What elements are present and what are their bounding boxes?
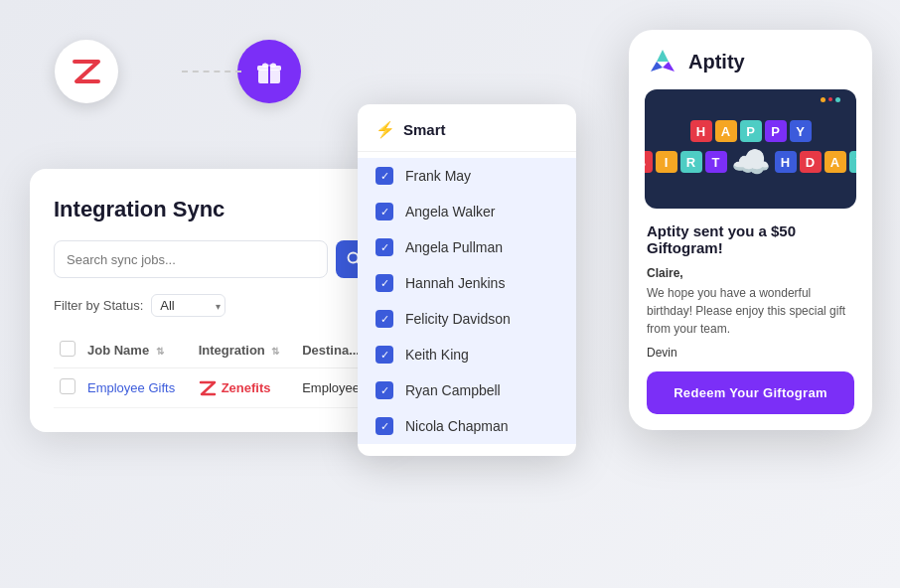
row-job-name: Employee Gifts <box>81 368 193 408</box>
job-name-link[interactable]: Employee Gifts <box>87 380 175 395</box>
message-sign: Devin <box>647 346 854 360</box>
smart-item-2[interactable]: ✓ Angela Pullman <box>358 229 576 265</box>
birthday-row2: H D A Y <box>775 151 857 173</box>
letter-R: R <box>680 151 702 173</box>
header-checkbox[interactable] <box>60 341 75 357</box>
phone-card: Aptity H A P P Y B I R <box>629 30 872 430</box>
smart-item-1[interactable]: ✓ Angela Walker <box>358 194 576 229</box>
zenefits-logo-icon <box>69 54 104 89</box>
sort-icon: ⇅ <box>156 346 164 357</box>
col-integration: Integration ⇅ <box>193 333 297 368</box>
smart-checkbox-4: ✓ <box>375 310 393 328</box>
letter-T: T <box>705 151 727 173</box>
svg-marker-8 <box>663 62 675 72</box>
integration-card-title: Integration Sync <box>54 197 374 222</box>
birthday-row: B I R T <box>645 151 727 173</box>
letter-A2: A <box>825 151 846 173</box>
smart-item-5[interactable]: ✓ Keith King <box>358 337 576 372</box>
bday-cloud-row: B I R T ☁️ H D A Y <box>645 146 856 178</box>
letter-B: B <box>645 151 653 173</box>
smart-header: ⚡ Smart <box>358 120 576 152</box>
gift-icon <box>254 57 284 86</box>
connector-line <box>182 71 241 73</box>
sync-jobs-table: Job Name ⇅ Integration ⇅ Destina... <box>54 333 374 408</box>
row-checkbox-cell <box>54 368 81 408</box>
happy-row: H A P P Y <box>690 120 812 142</box>
smart-dropdown-card: ⚡ Smart ✓ Frank May ✓ Angela Walker ✓ An… <box>358 104 576 456</box>
row-checkbox[interactable] <box>60 378 75 394</box>
letter-H: H <box>690 120 712 142</box>
letter-P: P <box>740 120 762 142</box>
table-header-row: Job Name ⇅ Integration ⇅ Destina... <box>54 333 374 368</box>
letter-A: A <box>715 120 737 142</box>
zenefits-label: Zenefits <box>222 380 271 395</box>
letter-D: D <box>800 151 822 173</box>
smart-item-0[interactable]: ✓ Frank May <box>358 158 576 194</box>
smart-item-name-0: Frank May <box>405 168 471 184</box>
smart-item-name-4: Felicity Davidson <box>405 311 511 327</box>
search-row <box>54 240 374 278</box>
svg-marker-7 <box>651 62 663 72</box>
smart-item-3[interactable]: ✓ Hannah Jenkins <box>358 265 576 301</box>
smart-item-6[interactable]: ✓ Ryan Campbell <box>358 372 576 408</box>
phone-message-content: Aptity sent you a $50 Giftogram! Claire,… <box>629 209 872 371</box>
row-integration: Zenefits <box>193 368 297 408</box>
smart-item-name-7: Nicola Chapman <box>405 418 509 434</box>
table-row: Employee Gifts Zenefits Employee <box>54 368 374 408</box>
smart-item-name-5: Keith King <box>405 347 469 363</box>
sort-icon-2: ⇅ <box>271 346 279 357</box>
filter-row: Filter by Status: All Active Paused Erro… <box>54 294 374 317</box>
zenefits-badge: Zenefits <box>199 379 291 397</box>
svg-marker-6 <box>657 50 669 62</box>
lightning-icon: ⚡ <box>375 120 395 139</box>
smart-item-name-1: Angela Walker <box>405 204 496 220</box>
letter-I: I <box>656 151 677 173</box>
letter-Y2: Y <box>849 151 857 173</box>
aptity-app-name: Aptity <box>688 51 745 74</box>
smart-item-name-3: Hannah Jenkins <box>405 275 505 291</box>
smart-checkbox-3: ✓ <box>375 274 393 292</box>
smart-item-name-2: Angela Pullman <box>405 239 503 255</box>
col-checkbox <box>54 333 81 368</box>
message-body: We hope you have a wonderful birthday! P… <box>647 284 854 338</box>
phone-app-header: Aptity <box>629 30 872 89</box>
aptity-logo-icon <box>647 46 678 77</box>
letter-Y: Y <box>790 120 812 142</box>
destination-value: Employee <box>302 380 360 395</box>
cloud-emoji: ☁️ <box>731 146 771 178</box>
smart-checkbox-0: ✓ <box>375 167 393 185</box>
smart-checkbox-5: ✓ <box>375 346 393 364</box>
smart-checkbox-1: ✓ <box>375 203 393 220</box>
icon-connector-group <box>55 40 301 103</box>
filter-select[interactable]: All Active Paused Error <box>151 294 225 317</box>
zenefits-icon-circle <box>55 40 118 103</box>
smart-checkbox-7: ✓ <box>375 417 393 435</box>
redeem-button[interactable]: Redeem Your Giftogram <box>647 371 854 414</box>
main-scene: Integration Sync Filter by Status: All A… <box>0 0 900 588</box>
search-input[interactable] <box>54 240 328 278</box>
filter-select-wrapper: All Active Paused Error <box>151 294 225 317</box>
gift-icon-circle <box>237 40 301 103</box>
col-job-name: Job Name ⇅ <box>81 333 193 368</box>
smart-checkbox-2: ✓ <box>375 238 393 256</box>
smart-item-4[interactable]: ✓ Felicity Davidson <box>358 301 576 337</box>
zenefits-row-icon <box>199 379 217 397</box>
smart-checkbox-6: ✓ <box>375 381 393 399</box>
smart-item-7[interactable]: ✓ Nicola Chapman <box>358 408 576 444</box>
integration-sync-card: Integration Sync Filter by Status: All A… <box>30 169 397 432</box>
smart-label: Smart <box>403 121 446 138</box>
smart-item-name-6: Ryan Campbell <box>405 382 501 398</box>
confetti <box>821 97 840 102</box>
letter-H2: H <box>775 151 797 173</box>
giftogram-title: Aptity sent you a $50 Giftogram! <box>647 222 854 256</box>
message-greeting: Claire, <box>647 266 854 280</box>
letter-P2: P <box>765 120 787 142</box>
birthday-banner: H A P P Y B I R T ☁️ <box>645 89 856 209</box>
filter-label: Filter by Status: <box>54 298 143 313</box>
